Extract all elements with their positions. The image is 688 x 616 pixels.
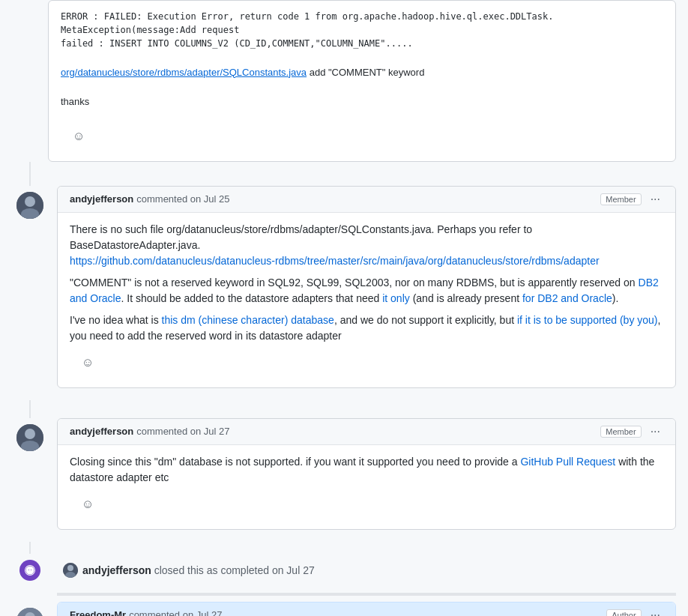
- comment-date-jul25: commented on Jul 25: [136, 193, 229, 205]
- avatar-andyjefferson-2: [16, 424, 43, 451]
- page-container: ERROR : FAILED: Execution Error, return …: [0, 0, 688, 616]
- comment-para-1: There is no such file org/datanucleus/st…: [70, 222, 663, 269]
- spacer: [0, 596, 688, 602]
- thread-connector-2: [0, 400, 688, 418]
- error-link-line: org/datanucleus/store/rdbms/adapter/SQLC…: [61, 65, 663, 80]
- avatar-col-jul27-andy: [12, 418, 48, 451]
- avatar-col-jul25: [12, 186, 48, 219]
- closed-event-content: andyjefferson closed this as completed o…: [63, 563, 315, 578]
- comment-body-jul27-andy: Closing since this "dm" database is not …: [58, 445, 675, 529]
- top-comment-body: ERROR : FAILED: Execution Error, return …: [49, 1, 675, 161]
- comment-header-jul27-freedom: Freedom-Mr commented on Jul 27 Author ··…: [58, 603, 675, 617]
- more-options-btn-freedom[interactable]: ···: [648, 609, 663, 617]
- closed-event-text: andyjefferson closed this as completed o…: [82, 564, 315, 576]
- thread-connector-1b: [0, 174, 688, 186]
- comment-header-left-freedom: Freedom-Mr commented on Jul 27: [70, 609, 222, 616]
- thanks-text: thanks: [61, 94, 663, 109]
- comment-box-jul27-andy: andyjefferson commented on Jul 27 Member…: [57, 418, 676, 530]
- avatar-freedom-mr: [16, 608, 43, 617]
- github-pr-link[interactable]: GitHub Pull Request: [520, 456, 615, 468]
- more-options-btn-jul27-andy[interactable]: ···: [648, 425, 663, 438]
- avatar-andyjefferson-1: [16, 192, 43, 219]
- error-block: ERROR : FAILED: Execution Error, return …: [61, 10, 663, 50]
- comment-box-jul27-freedom: Freedom-Mr commented on Jul 27 Author ··…: [57, 602, 676, 617]
- thread-connector-1: [0, 162, 688, 174]
- author-name-freedom: Freedom-Mr: [70, 609, 126, 616]
- member-badge-jul27: Member: [600, 426, 641, 438]
- author-name-jul25: andyjefferson: [70, 193, 133, 205]
- closed-icon: [19, 560, 40, 581]
- author-name-jul27-andy: andyjefferson: [70, 426, 133, 437]
- comment-date-jul27-andy: commented on Jul 27: [136, 426, 229, 437]
- avatar-col-jul27-freedom: [12, 602, 48, 617]
- comment-text-jul27-andy: Closing since this "dm" database is not …: [70, 454, 663, 486]
- more-options-btn-jul25[interactable]: ···: [648, 193, 663, 206]
- svg-point-7: [67, 565, 73, 571]
- emoji-reaction-btn-jul25[interactable]: ☺: [82, 356, 94, 369]
- comment-header-left-jul27: andyjefferson commented on Jul 27: [70, 426, 230, 437]
- closed-event-author: andyjefferson: [82, 564, 151, 576]
- comment-header-jul25: andyjefferson commented on Jul 25 Member…: [58, 187, 675, 213]
- thread-connector-3: [0, 542, 688, 554]
- svg-point-1: [25, 196, 35, 207]
- emoji-reaction-btn[interactable]: ☺: [73, 130, 85, 143]
- sql-constants-link[interactable]: org/datanucleus/store/rdbms/adapter/SQLC…: [61, 67, 307, 78]
- comment-para-2: "COMMENT" is not a reserved keyword in S…: [70, 275, 663, 307]
- comment-header-right-jul25: Member ···: [600, 193, 663, 206]
- comment-jul27-freedom-row: Freedom-Mr commented on Jul 27 Author ··…: [0, 602, 688, 617]
- member-badge-jul25: Member: [600, 193, 641, 205]
- author-badge-freedom: Author: [606, 609, 641, 617]
- comment-para-3: I've no idea what is this dm (chinese ch…: [70, 312, 663, 344]
- comment-header-jul27-andy: andyjefferson commented on Jul 27 Member…: [58, 419, 675, 445]
- closed-avatar-andyjefferson: [63, 563, 78, 578]
- comment-box-jul25: andyjefferson commented on Jul 25 Member…: [57, 186, 676, 388]
- comment-jul27-andy-row: andyjefferson commented on Jul 27 Member…: [0, 418, 688, 542]
- comment-header-right-freedom: Author ···: [606, 609, 663, 617]
- emoji-reaction-btn-jul27-andy[interactable]: ☺: [82, 498, 94, 511]
- comment-header-right-jul27-andy: Member ···: [600, 425, 663, 438]
- svg-point-4: [25, 429, 35, 439]
- comment-header-left-jul25: andyjefferson commented on Jul 25: [70, 193, 230, 205]
- base-adapter-link[interactable]: https://github.com/datanucleus/datanucle…: [70, 255, 600, 267]
- comment-body-jul25: There is no such file org/datanucleus/st…: [58, 213, 675, 387]
- comment-jul25-row: andyjefferson commented on Jul 25 Member…: [0, 186, 688, 400]
- closed-event: andyjefferson closed this as completed o…: [0, 554, 688, 587]
- comment-date-freedom: commented on Jul 27: [129, 609, 222, 616]
